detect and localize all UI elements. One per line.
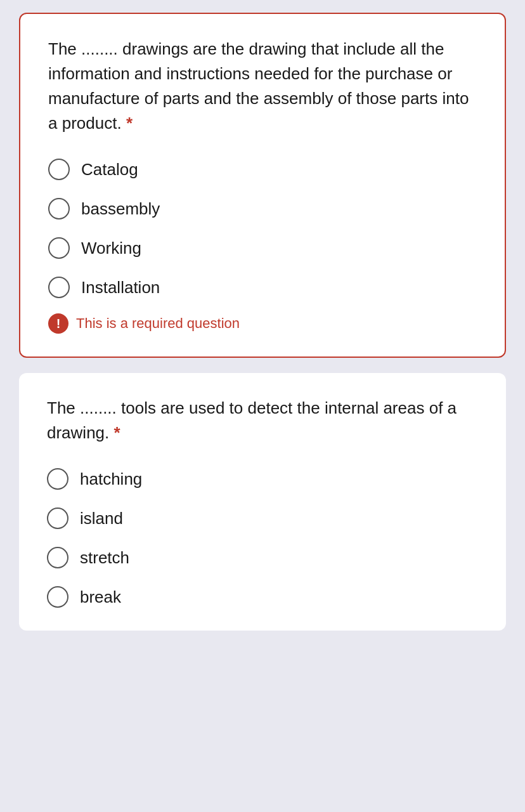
- option-1-installation[interactable]: Installation: [48, 277, 477, 298]
- option-1-catalog[interactable]: Catalog: [48, 159, 477, 180]
- question-2-required: *: [114, 423, 120, 442]
- option-2-break[interactable]: break: [47, 586, 478, 608]
- question-card-1: The ........ drawings are the drawing th…: [19, 13, 506, 358]
- option-1-bassembly[interactable]: bassembly: [48, 198, 477, 219]
- error-text-1: This is a required question: [76, 315, 240, 332]
- question-2-text: The ........ tools are used to detect th…: [47, 396, 478, 445]
- option-label-bassembly: bassembly: [81, 199, 160, 219]
- question-2-options: hatching island stretch break: [47, 468, 478, 608]
- option-2-island[interactable]: island: [47, 508, 478, 529]
- radio-hatching[interactable]: [47, 468, 68, 490]
- radio-break[interactable]: [47, 586, 68, 608]
- question-card-2: The ........ tools are used to detect th…: [19, 373, 506, 631]
- option-1-working[interactable]: Working: [48, 237, 477, 259]
- radio-catalog[interactable]: [48, 159, 70, 180]
- option-label-stretch: stretch: [80, 548, 129, 568]
- radio-installation[interactable]: [48, 277, 70, 298]
- option-2-hatching[interactable]: hatching: [47, 468, 478, 490]
- question-1-text: The ........ drawings are the drawing th…: [48, 37, 477, 136]
- question-1-required: *: [126, 114, 133, 133]
- option-label-working: Working: [81, 239, 141, 258]
- question-1-body: The ........ drawings are the drawing th…: [48, 39, 469, 133]
- radio-stretch[interactable]: [47, 547, 68, 568]
- option-label-catalog: Catalog: [81, 160, 138, 180]
- error-icon-1: !: [48, 313, 68, 334]
- radio-working[interactable]: [48, 237, 70, 259]
- option-2-stretch[interactable]: stretch: [47, 547, 478, 568]
- radio-bassembly[interactable]: [48, 198, 70, 219]
- question-1-options: Catalog bassembly Working Installation: [48, 159, 477, 298]
- error-message-1: ! This is a required question: [48, 313, 477, 334]
- option-label-break: break: [80, 587, 121, 607]
- option-label-installation: Installation: [81, 278, 160, 298]
- option-label-island: island: [80, 509, 123, 528]
- radio-island[interactable]: [47, 508, 68, 529]
- option-label-hatching: hatching: [80, 469, 142, 489]
- question-2-body: The ........ tools are used to detect th…: [47, 398, 457, 442]
